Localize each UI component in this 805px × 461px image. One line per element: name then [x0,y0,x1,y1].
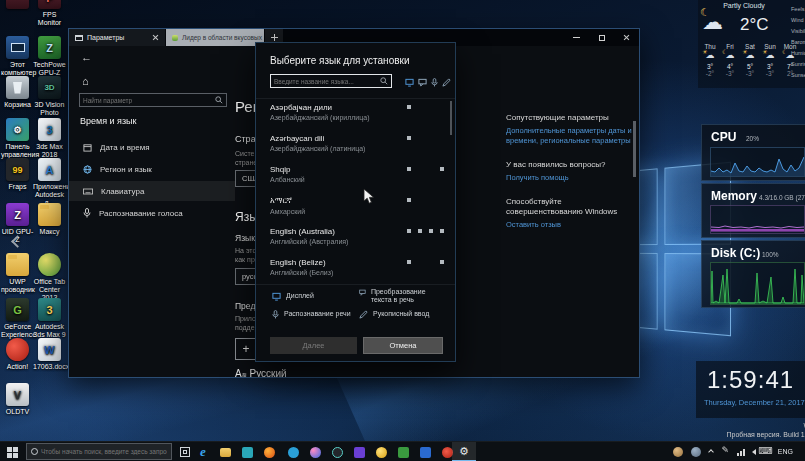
next-button[interactable]: Далее [270,337,357,354]
firefox-icon[interactable] [262,445,276,459]
speedtest-icon[interactable] [330,445,344,459]
disk-label: Disk (C:) [711,246,760,260]
window-icon [75,35,83,41]
desktop-icon-this-pc[interactable]: Этот компьютер [1,36,34,77]
desktop-icon-autodesk[interactable]: AПриложение Autodesk д... [33,158,66,207]
avatar[interactable] [691,447,701,457]
yellow-app-icon[interactable] [374,445,388,459]
sidebar-item-region-language[interactable]: Регион и язык [83,159,152,179]
cancel-button[interactable]: Отмена [363,337,443,354]
handwriting-icon [442,78,451,87]
language-picker-dialog: Выберите язык для установки Азәрбајҹан д… [255,42,456,362]
legend-label: Рукописный ввод [373,310,429,318]
language-row[interactable]: Shqip Албанский [270,165,400,183]
touch-keyboard-icon[interactable]: ⌨ [759,445,773,456]
edge-icon[interactable]: e [196,445,210,459]
settings-search-box[interactable] [79,93,227,107]
language-row[interactable]: English (Belize) Английский (Белиз) [270,258,400,276]
desktop-icon-gpuz[interactable]: ZTechPowe GPU-Z [33,36,66,77]
tab-browser-page[interactable]: Лидер в области вкусовых [166,29,264,46]
sphere-app-icon[interactable] [308,445,322,459]
language-indicator[interactable]: ENG [778,448,793,455]
disk-monitor-widget: Disk (C:) 100% [701,240,805,308]
tray-expand-icon[interactable] [709,450,715,456]
legend-tts: Преобразование текста в речь [359,288,447,304]
cpu-monitor-widget: CPU 20% [701,124,805,181]
legend-label: Преобразование текста в речь [371,288,447,304]
back-arrow-icon[interactable]: ← [81,51,92,63]
language-row[interactable]: Азәрбајҹан дили Азербайджанский (кирилли… [270,103,400,121]
language-subtitle: Английский (Белиз) [270,269,400,276]
installed-language-item[interactable]: A≋ Русский [235,368,287,377]
sidebar-item-keyboard[interactable]: Клавиатура [83,181,144,201]
language-search-input[interactable] [274,78,380,85]
desktop-icon-oldtv[interactable]: VOLDTV [1,383,34,416]
sidebar-item-speech[interactable]: Распознавание голоса [83,203,183,223]
disk-graph [710,262,805,305]
minimize-button[interactable] [564,29,589,46]
settings-gear-icon[interactable]: ⚙ [452,442,476,461]
legend-display: Дисплей [272,292,314,301]
start-button[interactable] [7,447,18,458]
photos-app-icon[interactable] [418,445,432,459]
discord-icon[interactable] [352,445,366,459]
desktop-icon[interactable] [1,0,34,11]
dialog-scrollbar[interactable] [450,101,453,135]
autodesk-icon: A [38,158,61,181]
memory-value: 4.3/16.0 GB (27%) [759,194,805,201]
desktop-icon-recycle-bin[interactable]: Корзина [1,76,34,109]
network-icon[interactable] [737,449,745,456]
file-explorer-icon[interactable] [218,445,232,459]
green-app-icon[interactable] [396,445,410,459]
geforce-icon: G [6,298,29,321]
display-icon [272,292,281,301]
installed-language-label: Русский [249,368,286,377]
desktop-icon-uwp-folder[interactable]: UWP проводник [1,253,34,294]
avatar[interactable] [673,447,683,457]
display-icon [405,78,414,87]
language-name: Азәрбајҹан дили [270,103,400,112]
language-name: English (Australia) [270,227,400,236]
recycle-bin-icon [6,76,29,99]
store-icon[interactable] [240,445,254,459]
desktop-icon-fraps[interactable]: 99Fraps [1,158,34,191]
tab-close-icon[interactable] [152,34,159,41]
language-search-box[interactable] [270,74,392,88]
maximize-button[interactable] [589,29,614,46]
calendar-icon [83,143,92,152]
control-panel-icon: ⚙ [6,118,29,141]
language-row[interactable]: English (Australia) Английский (Австрали… [270,227,400,245]
taskbar-search-box[interactable] [26,443,172,460]
related-settings-link[interactable]: Дополнительные параметры даты и времени,… [506,126,634,146]
volume-icon[interactable] [749,449,757,456]
pen-icon[interactable]: ✎ [721,445,729,455]
desktop-icon-control-panel[interactable]: ⚙Панель управления [1,118,34,159]
weather-day-icon: ☀☾☁ [720,50,740,62]
desktop-icon-maksu-folder[interactable]: Максу [33,203,66,236]
sidebar-item-date-time[interactable]: Дата и время [83,137,150,157]
window-scrollbar[interactable] [633,121,636,177]
feedback-link[interactable]: Оставить отзыв [506,220,634,230]
desktop-icon-3dsmax[interactable]: 33ds Max 2018 [33,118,66,159]
taskbar-search-input[interactable] [41,448,167,455]
task-view-button[interactable] [180,447,190,457]
tab-settings[interactable]: Параметры [69,29,165,46]
current-temperature: 2°C [740,15,769,35]
desktop-icon-fps-monitor[interactable]: FFPS Monitor [33,0,66,27]
desktop-icon-word-doc[interactable]: W17063.docx [33,338,66,371]
desktop-icon-label: Максу [40,228,60,235]
language-row[interactable]: አማርኛ Амхарский [270,196,400,215]
add-language-button[interactable]: + [235,338,257,360]
settings-search-input[interactable] [83,97,215,104]
language-row[interactable]: Azərbaycan dili Азербайджанский (латиниц… [270,134,400,152]
microphone-icon [83,208,91,218]
chevron-left-icon [10,236,22,248]
desktop-icon-office-tab[interactable]: Office Tab Center 2013 [33,253,66,302]
desktop-icon-geforce[interactable]: GGeForce Experience [1,298,34,339]
language-feature-squares [407,260,444,264]
close-button[interactable] [614,29,639,46]
get-help-link[interactable]: Получить помощь [506,173,634,183]
home-icon[interactable]: ⌂ [82,75,89,87]
desktop-icon-action[interactable]: Action! [1,338,34,371]
telegram-icon[interactable] [286,445,300,459]
